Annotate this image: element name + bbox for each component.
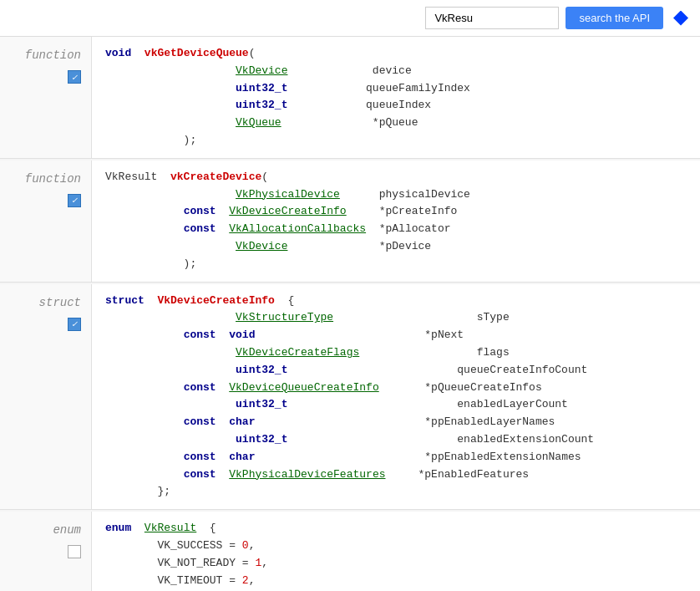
code-plain: sType: [333, 311, 510, 324]
code-plain: [105, 205, 184, 217]
code-line: const void *pNext: [105, 327, 687, 344]
code-line: uint32_t queueCreateInfoCount: [105, 362, 687, 380]
code-type[interactable]: VkPhysicalDevice: [236, 188, 340, 201]
code-kw: const: [184, 222, 216, 235]
code-type[interactable]: VkDeviceCreateInfo: [229, 205, 346, 217]
algolia-credit: [670, 11, 690, 26]
section-function-0: functionvoid vkGetDeviceQueue( VkDevice …: [0, 37, 700, 159]
section-checkbox[interactable]: [68, 318, 81, 331]
code-plain: [105, 381, 184, 394]
code-plain: *pDevice: [287, 240, 431, 252]
code-plain: *pCreateInfo: [347, 205, 458, 217]
code-plain: *pAllocator: [366, 222, 450, 235]
code-plain: [105, 311, 236, 324]
code-plain: ,: [249, 539, 256, 552]
section-checkbox[interactable]: [68, 70, 81, 84]
code-plain: [216, 451, 230, 463]
code-plain: queueFamilyIndex: [287, 82, 469, 94]
code-line: const char *ppEnabledExtensionNames: [105, 449, 687, 466]
code-plain: [105, 222, 184, 235]
code-line: );: [105, 132, 687, 150]
code-line: VkResult vkCreateDevice(: [105, 169, 687, 186]
code-plain: [105, 451, 184, 463]
code-plain: [105, 329, 184, 341]
code-plain: VK_TIMEOUT =: [105, 574, 242, 587]
section-body: enum VkResult { VK_SUCCESS = 0, VK_NOT_R…: [92, 512, 700, 591]
section-tag-col: struct: [0, 284, 92, 510]
code-plain: [216, 381, 230, 394]
code-kw: const: [184, 468, 216, 481]
code-type[interactable]: VkStructureType: [236, 311, 333, 324]
code-line: const VkPhysicalDeviceFeatures *pEnabled…: [105, 466, 687, 484]
code-line: uint32_t enabledLayerCount: [105, 396, 687, 414]
code-plain: (: [261, 171, 268, 183]
tag-label: function: [25, 172, 81, 186]
code-type[interactable]: VkDeviceQueueCreateInfo: [229, 381, 378, 394]
code-type[interactable]: VkResult: [145, 522, 196, 534]
code-plain: };: [105, 485, 170, 497]
code-line: VkQueue *pQueue: [105, 115, 687, 132]
section-checkbox[interactable]: [68, 545, 81, 558]
tag-label: function: [25, 48, 81, 62]
code-plain: *pQueueCreateInfos: [379, 381, 542, 394]
code-plain: queueCreateInfoCount: [287, 364, 587, 376]
content: functionvoid vkGetDeviceQueue( VkDevice …: [0, 37, 700, 591]
code-plain: [216, 468, 230, 481]
code-fn: VkDeviceCreateInfo: [157, 294, 274, 307]
code-plain: device: [287, 64, 411, 77]
code-line: );: [105, 256, 687, 273]
code-plain: [131, 522, 145, 534]
code-line: VkDeviceCreateFlags flags: [105, 344, 687, 362]
code-line: VK_TIMEOUT = 2,: [105, 573, 687, 590]
code-line: };: [105, 483, 687, 501]
code-plain: [105, 364, 236, 376]
code-kw: uint32_t: [236, 99, 287, 111]
code-plain: [216, 329, 230, 341]
code-type[interactable]: VkAllocationCallbacks: [229, 222, 366, 235]
code-plain: [105, 82, 236, 94]
code-kw: char: [229, 415, 255, 428]
code-plain: [216, 415, 230, 428]
section-function-1: functionVkResult vkCreateDevice( VkPhysi…: [0, 160, 700, 283]
code-line: const VkAllocationCallbacks *pAllocator: [105, 221, 687, 238]
code-plain: [105, 116, 236, 129]
code-type[interactable]: VkDeviceCreateFlags: [236, 346, 359, 359]
code-type[interactable]: VkDevice: [236, 64, 287, 77]
code-plain: [105, 415, 184, 428]
section-checkbox[interactable]: [68, 194, 81, 207]
code-num: 2: [242, 574, 249, 587]
algolia-diamond-icon: [673, 11, 688, 26]
code-kw: char: [229, 451, 255, 463]
search-button[interactable]: search the API: [566, 7, 663, 29]
code-kw: uint32_t: [236, 433, 287, 446]
code-line: uint32_t queueIndex: [105, 97, 687, 115]
section-tag-col: function: [0, 37, 92, 158]
section-body: VkResult vkCreateDevice( VkPhysicalDevic…: [92, 160, 700, 282]
code-plain: [105, 398, 236, 410]
code-plain: [105, 346, 236, 359]
code-type[interactable]: VkPhysicalDeviceFeatures: [229, 468, 385, 481]
code-line: const VkDeviceCreateInfo *pCreateInfo: [105, 203, 687, 221]
header: search the API: [0, 0, 700, 37]
code-plain: VK_NOT_READY =: [105, 557, 255, 569]
code-plain: [105, 240, 236, 252]
search-input[interactable]: [425, 7, 559, 29]
section-body: struct VkDeviceCreateInfo { VkStructureT…: [92, 284, 700, 510]
code-line: struct VkDeviceCreateInfo {: [105, 293, 687, 310]
code-plain: *pEnabledFeatures: [385, 468, 529, 481]
code-plain: [216, 222, 230, 235]
code-num: 0: [242, 539, 249, 552]
code-kw: const: [184, 451, 216, 463]
code-plain: *ppEnabledLayerNames: [255, 415, 555, 428]
code-kw: struct: [105, 294, 145, 307]
code-type[interactable]: VkQueue: [236, 116, 282, 129]
code-type[interactable]: VkDevice: [236, 240, 287, 252]
code-plain: [105, 188, 236, 201]
code-kw: uint32_t: [236, 398, 287, 410]
code-line: uint32_t enabledExtensionCount: [105, 431, 687, 449]
algolia-logo: [673, 11, 690, 26]
code-plain: VkResult: [105, 171, 170, 183]
code-line: VK_SUCCESS = 0,: [105, 538, 687, 555]
code-plain: {: [196, 522, 216, 534]
section-struct-2: structstruct VkDeviceCreateInfo { VkStru…: [0, 284, 700, 511]
